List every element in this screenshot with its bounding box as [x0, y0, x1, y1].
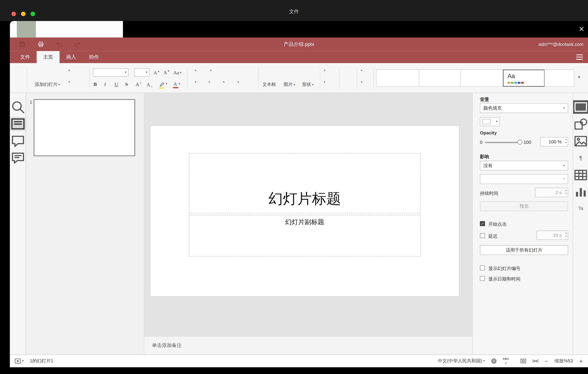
- comments-button[interactable]: [10, 134, 26, 148]
- table-settings-tab[interactable]: [573, 168, 588, 182]
- shape-label-button[interactable]: 形状 ▾: [297, 81, 318, 88]
- chart-settings-tab[interactable]: [573, 185, 588, 199]
- numbering-button[interactable]: ▾: [209, 69, 211, 72]
- fit-slide-button[interactable]: [520, 358, 527, 364]
- font-size-select[interactable]: ▾: [135, 68, 150, 77]
- arrange-shape-button[interactable]: ▾: [323, 69, 325, 72]
- background-color-picker[interactable]: ▾: [480, 117, 500, 126]
- decrease-font-button[interactable]: A ▾: [163, 70, 169, 76]
- image-label: 图片: [284, 81, 293, 88]
- start-on-click-checkbox[interactable]: ✓: [480, 221, 485, 226]
- italic-button[interactable]: I: [104, 81, 106, 88]
- add-slide-label-button[interactable]: 添加幻灯片 ▾: [24, 81, 71, 88]
- underline-button[interactable]: U: [115, 81, 118, 88]
- spellcheck-button[interactable]: ABC ✓: [503, 357, 509, 365]
- textart-settings-tab[interactable]: Ta: [573, 201, 588, 215]
- opacity-slider-track[interactable]: [485, 142, 520, 143]
- effect-type-select[interactable]: ▾: [480, 174, 568, 184]
- arrow-up-icon: ▴: [158, 70, 159, 73]
- horizontal-align-button[interactable]: ▾: [194, 81, 196, 84]
- opacity-spinner[interactable]: 100 % ▴▾: [540, 137, 568, 146]
- slide-layout-button[interactable]: ▾: [68, 69, 70, 72]
- increase-font-button[interactable]: A ▴: [154, 70, 159, 76]
- strikeout-button[interactable]: S: [125, 81, 128, 88]
- bullets-button[interactable]: ▾: [194, 69, 196, 72]
- background-avatar-image: [17, 21, 36, 38]
- slide-settings-tab[interactable]: [573, 100, 588, 114]
- document-language-button[interactable]: [491, 358, 497, 364]
- tab-file[interactable]: 文件: [14, 51, 37, 63]
- image-settings-tab[interactable]: [573, 134, 588, 148]
- subtitle-placeholder[interactable]: 幻灯片副标题: [189, 215, 420, 256]
- globe-icon: [491, 358, 497, 364]
- theme-thumbnail-selected[interactable]: Aa: [503, 70, 545, 87]
- show-slide-number-checkbox[interactable]: [480, 265, 485, 270]
- start-slideshow-button[interactable]: ▾: [68, 81, 70, 84]
- slide-thumbnail[interactable]: [33, 99, 135, 156]
- slide-canvas[interactable]: 幻灯片标题 幻灯片副标题: [144, 93, 472, 336]
- notes-area[interactable]: 单击添加备注: [144, 336, 472, 354]
- show-datetime-checkbox[interactable]: [480, 276, 485, 281]
- menu-icon[interactable]: [576, 54, 583, 60]
- image-label-button[interactable]: 图片 ▾: [279, 81, 300, 88]
- change-case-icon: Aa: [173, 70, 179, 76]
- presentation-editor: 产品介绍.pptx adm***@dootask.com 文件 主页 插入 协作: [10, 38, 588, 367]
- zoom-in-button[interactable]: +: [579, 358, 583, 364]
- spin-down-icon[interactable]: ▾: [566, 235, 567, 238]
- font-color-button[interactable]: A ▾: [173, 81, 180, 87]
- chevron-down-icon: ▾: [294, 83, 295, 86]
- paragraph-settings-tab[interactable]: ¶: [573, 152, 588, 165]
- vertical-align-button[interactable]: ▾: [208, 81, 210, 84]
- shape-settings-tab[interactable]: [573, 117, 588, 131]
- superscript-button[interactable]: A ²: [136, 81, 141, 88]
- apply-to-all-slides-button[interactable]: 适用于所有幻灯片: [480, 245, 568, 255]
- tab-home[interactable]: 主页: [37, 51, 60, 63]
- strikeout-icon: S: [125, 81, 128, 88]
- background-fill-select[interactable]: 颜色填充 ▾: [480, 103, 568, 113]
- opacity-slider-handle[interactable]: [517, 140, 522, 144]
- slide[interactable]: 幻灯片标题 幻灯片副标题: [150, 126, 459, 296]
- subscript-button[interactable]: A ₂: [147, 81, 152, 88]
- delay-checkbox[interactable]: [480, 233, 485, 238]
- chevron-down-icon: ▾: [146, 71, 147, 74]
- spin-down-icon[interactable]: ▾: [566, 192, 567, 196]
- shape-fill-button[interactable]: ▾: [360, 69, 362, 72]
- theme-thumbnail[interactable]: [376, 70, 419, 87]
- theme-thumbnail[interactable]: [419, 70, 461, 87]
- effect-select[interactable]: 没有 ▾: [480, 161, 568, 170]
- theme-thumbnail[interactable]: [461, 70, 503, 87]
- fit-width-button[interactable]: [532, 358, 539, 364]
- tab-collaboration[interactable]: 协作: [83, 51, 105, 63]
- font-name-select[interactable]: ▾: [93, 68, 129, 77]
- bold-button[interactable]: B: [94, 81, 97, 88]
- duration-spinner[interactable]: 2 s ▴▾: [535, 188, 568, 197]
- title-placeholder[interactable]: 幻灯片标题: [189, 153, 420, 213]
- delay-spinner[interactable]: 10 s ▴▾: [536, 231, 568, 240]
- fit-width-icon: [532, 358, 539, 364]
- show-slide-number-label: 显示幻灯片编号: [488, 265, 521, 272]
- align-shape-button[interactable]: ▾: [323, 81, 325, 84]
- zoom-out-button[interactable]: −: [545, 358, 548, 364]
- zoom-level: 缩放%53: [554, 358, 574, 364]
- theme-gallery-expand-button[interactable]: ▾: [578, 75, 580, 79]
- font-color-icon: A: [173, 81, 177, 87]
- line-spacing-button[interactable]: ▾: [222, 81, 224, 84]
- start-slideshow-status-button[interactable]: ▾: [14, 358, 24, 364]
- highlight-color-button[interactable]: ▾: [159, 81, 167, 88]
- spin-down-icon[interactable]: ▾: [566, 142, 567, 145]
- chevron-down-icon: ▾: [125, 71, 126, 74]
- columns-button[interactable]: ▾: [237, 81, 239, 84]
- tab-insert[interactable]: 插入: [60, 51, 83, 63]
- preview-button[interactable]: 预览: [480, 201, 568, 211]
- search-button[interactable]: [10, 100, 26, 114]
- slide-size-button[interactable]: ▾: [360, 81, 362, 84]
- theme-thumbnail[interactable]: [545, 70, 574, 87]
- chat-button[interactable]: [10, 152, 26, 165]
- textbox-label-button[interactable]: 文本框: [257, 81, 281, 88]
- language-selector[interactable]: 中文(中华人民共和国) ▾: [438, 358, 485, 364]
- increase-font-icon: A: [154, 70, 157, 76]
- chevron-down-icon: ▾: [496, 120, 497, 123]
- change-case-button[interactable]: Aa ▾: [173, 70, 181, 76]
- dialog-close-button[interactable]: ×: [575, 22, 588, 35]
- slides-panel-button[interactable]: [10, 117, 26, 131]
